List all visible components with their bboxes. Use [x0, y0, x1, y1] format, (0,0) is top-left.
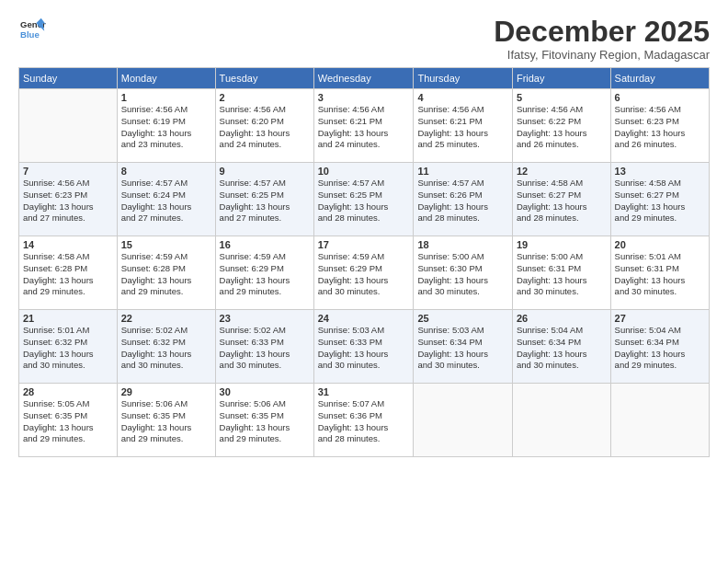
day-info: Sunrise: 5:00 AM Sunset: 6:31 PM Dayligh… [517, 251, 607, 298]
day-number: 18 [417, 239, 508, 250]
calendar-cell: 24Sunrise: 5:03 AM Sunset: 6:33 PM Dayli… [313, 310, 414, 384]
calendar-cell [610, 384, 709, 457]
day-number: 23 [220, 313, 310, 324]
calendar-cell: 29Sunrise: 5:06 AM Sunset: 6:35 PM Dayli… [117, 384, 215, 457]
calendar-cell: 2Sunrise: 4:56 AM Sunset: 6:20 PM Daylig… [215, 89, 313, 163]
calendar-cell: 20Sunrise: 5:01 AM Sunset: 6:31 PM Dayli… [610, 236, 709, 310]
day-info: Sunrise: 5:01 AM Sunset: 6:32 PM Dayligh… [23, 325, 113, 372]
calendar-cell [414, 384, 513, 457]
logo-icon: General Blue [20, 17, 46, 42]
calendar-cell: 3Sunrise: 4:56 AM Sunset: 6:21 PM Daylig… [313, 89, 414, 163]
day-info: Sunrise: 4:56 AM Sunset: 6:20 PM Dayligh… [220, 104, 310, 151]
header-row: SundayMondayTuesdayWednesdayThursdayFrid… [19, 68, 710, 89]
calendar-cell [512, 384, 610, 457]
week-row: 14Sunrise: 4:58 AM Sunset: 6:28 PM Dayli… [19, 236, 710, 310]
calendar-cell: 16Sunrise: 4:59 AM Sunset: 6:29 PM Dayli… [215, 236, 313, 310]
header: General Blue December 2025 Ifatsy, Fitov… [18, 17, 710, 62]
day-number: 5 [517, 92, 607, 103]
day-info: Sunrise: 5:02 AM Sunset: 6:32 PM Dayligh… [121, 325, 211, 372]
logo: General Blue [18, 17, 46, 42]
day-info: Sunrise: 4:57 AM Sunset: 6:24 PM Dayligh… [121, 178, 211, 224]
day-info: Sunrise: 5:01 AM Sunset: 6:31 PM Dayligh… [615, 251, 705, 298]
day-info: Sunrise: 4:56 AM Sunset: 6:23 PM Dayligh… [615, 104, 705, 151]
day-info: Sunrise: 4:56 AM Sunset: 6:19 PM Dayligh… [121, 104, 211, 151]
col-header-sunday: Sunday [19, 68, 118, 89]
month-title: December 2025 [494, 17, 710, 46]
calendar-cell: 9Sunrise: 4:57 AM Sunset: 6:25 PM Daylig… [215, 163, 313, 236]
calendar-cell: 17Sunrise: 4:59 AM Sunset: 6:29 PM Dayli… [313, 236, 414, 310]
day-number: 20 [615, 239, 705, 250]
day-info: Sunrise: 4:59 AM Sunset: 6:28 PM Dayligh… [121, 251, 211, 298]
day-info: Sunrise: 4:58 AM Sunset: 6:28 PM Dayligh… [23, 251, 113, 298]
day-number: 19 [517, 239, 607, 250]
day-number: 15 [121, 239, 211, 250]
calendar-cell: 14Sunrise: 4:58 AM Sunset: 6:28 PM Dayli… [19, 236, 118, 310]
calendar-cell: 30Sunrise: 5:06 AM Sunset: 6:35 PM Dayli… [215, 384, 313, 457]
calendar-cell: 21Sunrise: 5:01 AM Sunset: 6:32 PM Dayli… [19, 310, 118, 384]
title-area: December 2025 Ifatsy, Fitovinany Region,… [494, 17, 710, 62]
day-info: Sunrise: 4:58 AM Sunset: 6:27 PM Dayligh… [615, 178, 705, 224]
day-number: 29 [121, 386, 211, 397]
col-header-friday: Friday [512, 68, 610, 89]
day-number: 13 [615, 166, 705, 177]
day-info: Sunrise: 4:57 AM Sunset: 6:25 PM Dayligh… [318, 178, 410, 224]
calendar-cell: 1Sunrise: 4:56 AM Sunset: 6:19 PM Daylig… [117, 89, 215, 163]
day-number: 28 [23, 386, 113, 397]
day-info: Sunrise: 4:56 AM Sunset: 6:22 PM Dayligh… [517, 104, 607, 151]
day-number: 3 [318, 92, 410, 103]
calendar-cell: 18Sunrise: 5:00 AM Sunset: 6:30 PM Dayli… [414, 236, 513, 310]
calendar-cell: 6Sunrise: 4:56 AM Sunset: 6:23 PM Daylig… [610, 89, 709, 163]
calendar: SundayMondayTuesdayWednesdayThursdayFrid… [18, 67, 710, 457]
day-info: Sunrise: 4:56 AM Sunset: 6:23 PM Dayligh… [23, 178, 113, 224]
col-header-wednesday: Wednesday [313, 68, 414, 89]
calendar-cell: 15Sunrise: 4:59 AM Sunset: 6:28 PM Dayli… [117, 236, 215, 310]
svg-text:Blue: Blue [20, 29, 40, 40]
day-info: Sunrise: 4:56 AM Sunset: 6:21 PM Dayligh… [417, 104, 508, 151]
day-number: 6 [615, 92, 705, 103]
location: Ifatsy, Fitovinany Region, Madagascar [494, 48, 710, 62]
calendar-cell: 8Sunrise: 4:57 AM Sunset: 6:24 PM Daylig… [117, 163, 215, 236]
week-row: 28Sunrise: 5:05 AM Sunset: 6:35 PM Dayli… [19, 384, 710, 457]
week-row: 21Sunrise: 5:01 AM Sunset: 6:32 PM Dayli… [19, 310, 710, 384]
calendar-cell: 11Sunrise: 4:57 AM Sunset: 6:26 PM Dayli… [414, 163, 513, 236]
day-number: 12 [517, 166, 607, 177]
day-info: Sunrise: 4:57 AM Sunset: 6:25 PM Dayligh… [220, 178, 310, 224]
calendar-cell: 19Sunrise: 5:00 AM Sunset: 6:31 PM Dayli… [512, 236, 610, 310]
day-number: 11 [417, 166, 508, 177]
day-number: 31 [318, 386, 410, 397]
day-number: 14 [23, 239, 113, 250]
day-number: 25 [417, 313, 508, 324]
day-info: Sunrise: 4:58 AM Sunset: 6:27 PM Dayligh… [517, 178, 607, 224]
day-number: 24 [318, 313, 410, 324]
day-number: 4 [417, 92, 508, 103]
day-number: 1 [121, 92, 211, 103]
day-number: 10 [318, 166, 410, 177]
day-info: Sunrise: 5:03 AM Sunset: 6:33 PM Dayligh… [318, 325, 410, 372]
col-header-thursday: Thursday [414, 68, 513, 89]
calendar-cell: 7Sunrise: 4:56 AM Sunset: 6:23 PM Daylig… [19, 163, 118, 236]
calendar-cell: 5Sunrise: 4:56 AM Sunset: 6:22 PM Daylig… [512, 89, 610, 163]
day-info: Sunrise: 4:59 AM Sunset: 6:29 PM Dayligh… [318, 251, 410, 298]
calendar-cell: 27Sunrise: 5:04 AM Sunset: 6:34 PM Dayli… [610, 310, 709, 384]
day-number: 27 [615, 313, 705, 324]
day-info: Sunrise: 5:05 AM Sunset: 6:35 PM Dayligh… [23, 398, 113, 445]
calendar-cell: 12Sunrise: 4:58 AM Sunset: 6:27 PM Dayli… [512, 163, 610, 236]
day-info: Sunrise: 5:07 AM Sunset: 6:36 PM Dayligh… [318, 398, 410, 445]
calendar-cell: 10Sunrise: 4:57 AM Sunset: 6:25 PM Dayli… [313, 163, 414, 236]
calendar-cell [19, 89, 118, 163]
day-number: 17 [318, 239, 410, 250]
calendar-cell: 26Sunrise: 5:04 AM Sunset: 6:34 PM Dayli… [512, 310, 610, 384]
day-number: 7 [23, 166, 113, 177]
day-info: Sunrise: 5:06 AM Sunset: 6:35 PM Dayligh… [121, 398, 211, 445]
calendar-cell: 31Sunrise: 5:07 AM Sunset: 6:36 PM Dayli… [313, 384, 414, 457]
day-number: 30 [220, 386, 310, 397]
day-number: 2 [220, 92, 310, 103]
col-header-tuesday: Tuesday [215, 68, 313, 89]
calendar-cell: 25Sunrise: 5:03 AM Sunset: 6:34 PM Dayli… [414, 310, 513, 384]
day-number: 26 [517, 313, 607, 324]
day-info: Sunrise: 5:04 AM Sunset: 6:34 PM Dayligh… [517, 325, 607, 372]
week-row: 7Sunrise: 4:56 AM Sunset: 6:23 PM Daylig… [19, 163, 710, 236]
col-header-monday: Monday [117, 68, 215, 89]
week-row: 1Sunrise: 4:56 AM Sunset: 6:19 PM Daylig… [19, 89, 710, 163]
day-number: 21 [23, 313, 113, 324]
